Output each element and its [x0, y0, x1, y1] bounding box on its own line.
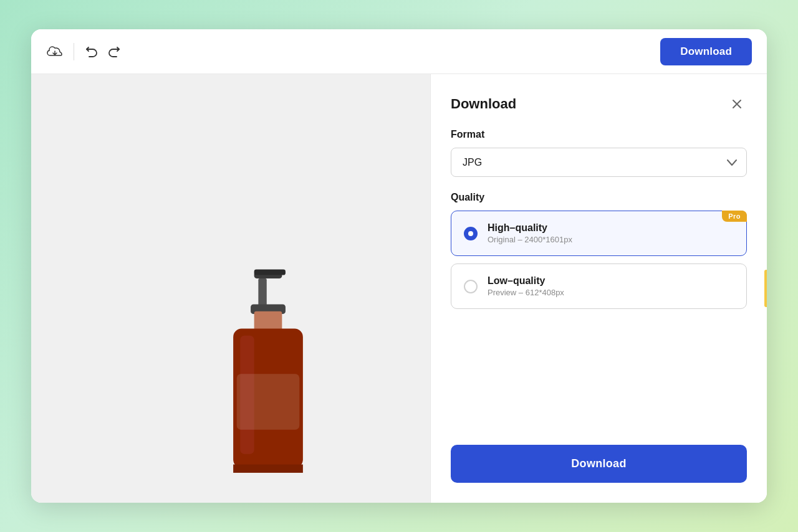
format-select[interactable]: JPG PNG WebP SVG: [451, 148, 747, 177]
image-preview: [31, 74, 430, 503]
toolbar-left: [46, 43, 650, 60]
quality-section: Quality High–quality Original – 2400*160…: [451, 192, 747, 309]
download-panel: Download Format JPG PNG WebP SVG: [430, 74, 767, 503]
format-select-wrapper: JPG PNG WebP SVG: [451, 148, 747, 177]
close-button[interactable]: [727, 94, 747, 114]
cloud-icon[interactable]: [46, 44, 64, 59]
right-accent: [764, 270, 767, 307]
panel-download-button[interactable]: Download: [451, 445, 747, 483]
quality-label: Quality: [451, 192, 747, 203]
quality-text-low: Low–quality Preview – 612*408px: [488, 275, 734, 297]
quality-desc-high: Original – 2400*1601px: [488, 235, 734, 244]
quality-name-low: Low–quality: [488, 275, 734, 287]
pro-badge: Pro: [722, 211, 747, 222]
svg-rect-3: [258, 278, 266, 306]
quality-text-high: High–quality Original – 2400*1601px: [488, 222, 734, 244]
format-label: Format: [451, 129, 747, 140]
svg-rect-9: [233, 465, 303, 473]
main-content: Download Format JPG PNG WebP SVG: [31, 74, 767, 503]
radio-low: [464, 280, 478, 293]
radio-high: [464, 227, 478, 240]
undo-icon[interactable]: [84, 45, 98, 59]
radio-inner-high: [468, 231, 473, 236]
header-download-button[interactable]: Download: [660, 38, 752, 65]
svg-rect-8: [237, 374, 300, 429]
bottle-container: [206, 266, 330, 503]
toolbar-divider: [74, 43, 74, 60]
toolbar: Download: [31, 29, 767, 74]
toolbar-actions: Download: [660, 38, 752, 65]
quality-name-high: High–quality: [488, 222, 734, 234]
panel-header: Download: [451, 94, 747, 114]
redo-icon[interactable]: [108, 45, 122, 59]
quality-option-high[interactable]: High–quality Original – 2400*1601px Pro: [451, 211, 747, 256]
bottle-svg: [206, 266, 330, 503]
quality-options: High–quality Original – 2400*1601px Pro …: [451, 211, 747, 309]
quality-desc-low: Preview – 612*408px: [488, 288, 734, 297]
app-window: Download: [31, 29, 767, 503]
format-section: Format JPG PNG WebP SVG: [451, 129, 747, 177]
quality-option-low[interactable]: Low–quality Preview – 612*408px: [451, 264, 747, 309]
panel-title: Download: [451, 96, 516, 112]
svg-rect-2: [254, 270, 286, 275]
